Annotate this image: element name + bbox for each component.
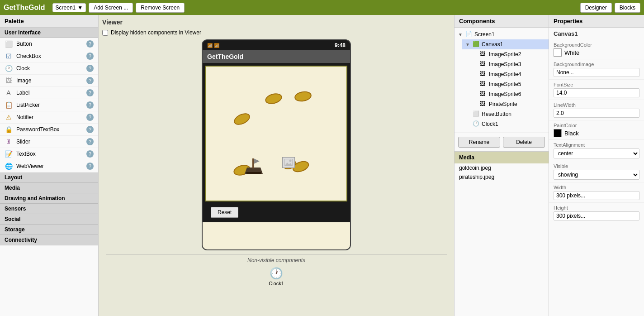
section-layout[interactable]: Layout: [0, 172, 98, 183]
palette-item-button[interactable]: ⬜ Button ?: [0, 38, 98, 50]
blocks-button[interactable]: Blocks: [615, 3, 640, 13]
listpicker-help-icon[interactable]: ?: [86, 101, 94, 109]
prop-linewidth-label: LineWidth: [554, 102, 639, 108]
palette-panel: Palette User Interface ⬜ Button ? ☑ Chec…: [0, 15, 99, 316]
textalignment-select[interactable]: left center right: [554, 148, 639, 158]
textbox-help-icon[interactable]: ?: [86, 150, 94, 158]
palette-label-textbox: TextBox: [16, 151, 83, 157]
clock-help-icon[interactable]: ?: [86, 65, 94, 72]
tree-item-imagesprite5[interactable]: 🖼 ImageSprite5: [469, 79, 549, 89]
tree-item-imagesprite2[interactable]: 🖼 ImageSprite2: [469, 49, 549, 59]
tree-item-imagesprite3[interactable]: 🖼 ImageSprite3: [469, 59, 549, 69]
phone-bottom-area: [203, 222, 350, 249]
rename-button[interactable]: Rename: [458, 137, 500, 148]
tree-item-imagesprite4[interactable]: 🖼 ImageSprite4: [469, 69, 549, 79]
screen-selector[interactable]: Screen1 ▼: [52, 3, 86, 12]
nonvisible-label: Non-visible components: [106, 254, 447, 263]
imagesprite3-icon: 🖼: [480, 61, 487, 68]
reset-button[interactable]: Reset: [211, 207, 238, 218]
clock1-tree-label: Clock1: [482, 121, 498, 127]
tree-item-clock1[interactable]: 🕐 Clock1: [462, 119, 549, 129]
delete-button[interactable]: Delete: [503, 137, 545, 148]
palette-item-webviewer[interactable]: 🌐 WebViewer ?: [0, 160, 98, 172]
listpicker-palette-icon: 📋: [5, 101, 13, 109]
backgroundcolor-swatch[interactable]: [554, 48, 562, 57]
svg-rect-4: [246, 172, 261, 174]
palette-item-notifier[interactable]: ⚠ Notifier ?: [0, 111, 98, 124]
prop-paintcolor: PaintColor Black: [549, 120, 644, 140]
remove-screen-button[interactable]: Remove Screen: [136, 3, 185, 13]
prop-fontsize-label: FontSize: [554, 82, 639, 87]
section-sensors[interactable]: Sensors: [0, 204, 98, 214]
status-time: 9:48: [335, 42, 346, 48]
palette-item-image[interactable]: 🖼 Image ?: [0, 75, 98, 87]
prop-textalignment: TextAlignment left center right: [549, 140, 644, 161]
palette-item-slider[interactable]: 🎚 Slider ?: [0, 136, 98, 148]
button-help-icon[interactable]: ?: [86, 40, 94, 48]
prop-width: Width: [549, 182, 644, 203]
tree-item-canvas1[interactable]: ▼ 🟩 Canvas1: [462, 39, 549, 49]
section-media[interactable]: Media: [0, 183, 98, 193]
width-input[interactable]: [554, 191, 639, 200]
screen1-children: ▼ 🟩 Canvas1 🖼 ImageSprite2 🖼 ImageSprite…: [462, 39, 549, 129]
imagesprite2-icon: 🖼: [480, 51, 487, 58]
palette-item-clock[interactable]: 🕐 Clock ?: [0, 62, 98, 75]
tree-item-screen1[interactable]: ▼ 📄 Screen1: [455, 29, 549, 39]
media-file-1: goldcoin.jpeg: [455, 163, 549, 172]
palette-item-passwordtextbox[interactable]: 🔒 PasswordTextBox ?: [0, 124, 98, 136]
phone-canvas[interactable]: [205, 66, 347, 201]
paintcolor-text: Black: [564, 130, 579, 137]
tree-item-imagesprite6[interactable]: 🖼 ImageSprite6: [469, 89, 549, 99]
coin-2: [294, 90, 312, 103]
clock-palette-icon: 🕐: [5, 64, 13, 72]
height-input[interactable]: [554, 211, 639, 220]
prop-backgroundcolor-value: White: [554, 48, 639, 57]
notifier-help-icon[interactable]: ?: [86, 114, 94, 121]
webviewer-help-icon[interactable]: ?: [86, 163, 94, 170]
section-user-interface[interactable]: User Interface: [0, 28, 98, 38]
imagesprite6-icon: 🖼: [480, 91, 487, 98]
section-storage[interactable]: Storage: [0, 225, 98, 235]
slider-palette-icon: 🎚: [5, 138, 13, 146]
hidden-components-checkbox[interactable]: [102, 30, 108, 36]
checkbox-help-icon[interactable]: ?: [86, 53, 94, 60]
slider-help-icon[interactable]: ?: [86, 138, 94, 145]
section-connectivity[interactable]: Connectivity: [0, 235, 98, 245]
palette-item-listpicker[interactable]: 📋 ListPicker ?: [0, 99, 98, 111]
palette-item-label[interactable]: A Label ?: [0, 87, 98, 99]
visible-select[interactable]: showing hidden: [554, 170, 639, 180]
paintcolor-swatch[interactable]: [554, 129, 562, 137]
button-icon: ⬜: [5, 40, 13, 48]
palette-item-textbox[interactable]: 📝 TextBox ?: [0, 148, 98, 160]
section-social[interactable]: Social: [0, 214, 98, 225]
tree-item-piratesprite[interactable]: 🖼 PirateSprite: [469, 99, 549, 109]
label-help-icon[interactable]: ?: [86, 89, 94, 96]
canvas1-expand-icon: ▼: [465, 42, 471, 47]
components-title: Components: [455, 15, 549, 28]
textbox-palette-icon: 📝: [5, 150, 13, 158]
prop-textalignment-label: TextAlignment: [554, 142, 639, 148]
screen1-icon: 📄: [465, 31, 473, 38]
fontsize-input[interactable]: [554, 88, 639, 97]
checkbox-icon: ☑: [5, 52, 13, 60]
coin-3: [232, 111, 252, 127]
main-layout: Palette User Interface ⬜ Button ? ☑ Chec…: [0, 15, 644, 316]
linewidth-input[interactable]: [554, 109, 639, 118]
password-help-icon[interactable]: ?: [86, 126, 94, 133]
designer-button[interactable]: Designer: [580, 3, 612, 13]
phone-app-name: 📶 📶: [207, 43, 219, 48]
palette-label-clock: Clock: [16, 65, 83, 72]
palette-label-slider: Slider: [16, 139, 83, 145]
prop-linewidth: LineWidth: [549, 100, 644, 120]
image-help-icon[interactable]: ?: [86, 77, 94, 84]
palette-label-webviewer: WebViewer: [16, 163, 83, 169]
canvas1-label: Canvas1: [482, 41, 503, 48]
section-drawing[interactable]: Drawing and Animation: [0, 193, 98, 204]
imagesprite3-label: ImageSprite3: [489, 61, 521, 67]
tree-item-resetbutton[interactable]: ⬜ ResetButton: [462, 109, 549, 119]
backgroundimage-input[interactable]: [554, 68, 639, 77]
add-screen-button[interactable]: Add Screen ...: [89, 3, 133, 13]
webviewer-palette-icon: 🌐: [5, 162, 13, 170]
palette-item-checkbox[interactable]: ☑ CheckBox ?: [0, 50, 98, 62]
clock1-nonvisible: 🕐 Clock1: [269, 267, 284, 286]
